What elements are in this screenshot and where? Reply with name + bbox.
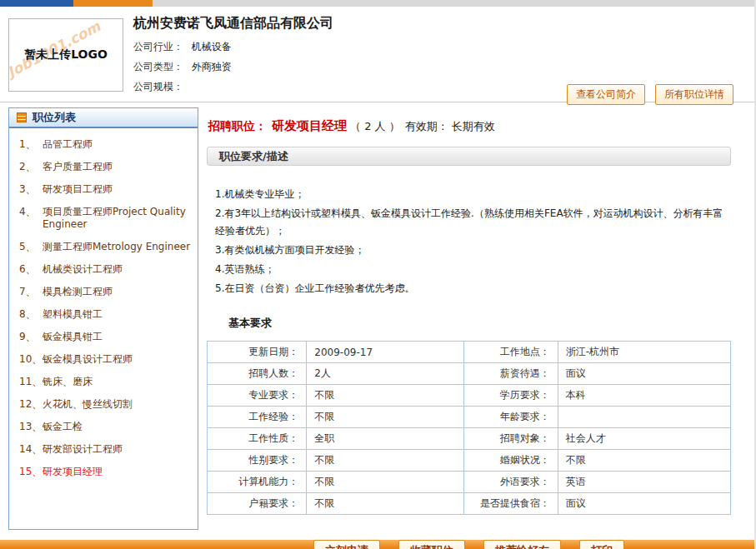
- table-row: 招聘人数： 2人 薪资待遇： 面议: [208, 363, 731, 385]
- sidebar-item-job-14[interactable]: 14、研发部设计工程师: [13, 438, 194, 461]
- job-title-label: 招聘职位：: [208, 119, 267, 132]
- basic-requirements-header: 基本要求: [228, 316, 731, 331]
- company-info: 杭州安费诺飞凤通信部品有限公司 公司行业： 机械设备 公司类型： 外商独资 公司…: [133, 7, 754, 94]
- field-value: 2人: [307, 363, 463, 385]
- company-industry-label: 公司行业：: [133, 41, 183, 52]
- sidebar-item-job-4[interactable]: 4、项目质量工程师Project Quality Engineer: [13, 201, 194, 236]
- job-detail-panel: 招聘职位：研发项目经理（ 2 人 ）有效期：长期有效 职位要求/描述 1.机械类…: [198, 107, 754, 540]
- sidebar-item-job-11[interactable]: 11、铣床、磨床: [13, 371, 194, 393]
- field-label: 工作经验：: [208, 407, 307, 428]
- sidebar-item-job-1[interactable]: 1、品管工程师: [13, 133, 194, 156]
- company-name: 杭州安费诺飞凤通信部品有限公司: [133, 15, 754, 32]
- sidebar-item-job-10[interactable]: 10、钣金模具设计工程师: [13, 348, 194, 371]
- field-label: 学历要求：: [463, 385, 558, 407]
- company-industry-row: 公司行业： 机械设备: [133, 40, 754, 54]
- field-value: 英语: [558, 472, 730, 493]
- field-value: 不限: [307, 450, 463, 472]
- table-row: 户籍要求： 不限 是否提供食宿： 面议: [208, 493, 731, 515]
- sidebar-item-job-6[interactable]: 6、机械类设计工程师: [13, 258, 194, 281]
- job-description: 1.机械类专业毕业； 2.有3年以上结构设计或塑料模具、钣金模具设计工作经验.（…: [207, 179, 731, 297]
- sidebar-item-job-8[interactable]: 8、塑料模具钳工: [13, 303, 194, 326]
- print-button[interactable]: 打印: [579, 540, 624, 549]
- sidebar-header: 职位列表: [9, 108, 198, 128]
- table-row: 专业要求： 不限 学历要求： 本科: [208, 385, 731, 407]
- field-value: 面议: [558, 363, 730, 385]
- description-line: 5.在日资（台资）企业工作经验者优先考虑。: [215, 280, 726, 297]
- field-label: 户籍要求：: [208, 493, 307, 515]
- description-line: 3.有类似机械方面项目开发经验；: [215, 242, 726, 259]
- field-label: 婚姻状况：: [463, 450, 558, 472]
- header-buttons: 查看公司简介 所有职位详情: [567, 84, 733, 105]
- company-header: Job1001.com 暂未上传LOGO 杭州安费诺飞凤通信部品有限公司 公司行…: [0, 7, 754, 102]
- table-row: 工作经验： 不限 年龄要求：: [208, 407, 731, 428]
- basic-requirements-table: 更新日期： 2009-09-17 工作地点： 浙江-杭州市 招聘人数： 2人 薪…: [207, 341, 731, 515]
- sidebar-item-job-2[interactable]: 2、客户质量工程师: [13, 156, 194, 178]
- field-label: 外语要求：: [463, 472, 558, 493]
- field-label: 是否提供食宿：: [463, 493, 558, 515]
- top-accent-bar: [0, 0, 754, 7]
- sidebar-item-job-3[interactable]: 3、研发项目工程师: [13, 178, 194, 201]
- field-value: 不限: [307, 407, 463, 428]
- field-value: 不限: [307, 493, 463, 515]
- list-icon: [17, 112, 27, 122]
- description-line: 2.有3年以上结构设计或塑料模具、钣金模具设计工作经验.（熟练使用相关FEA软件…: [215, 205, 726, 240]
- job-list-sidebar: 职位列表 1、品管工程师 2、客户质量工程师 3、研发项目工程师 4、项目质量工…: [8, 107, 198, 530]
- field-value: [558, 407, 730, 428]
- company-type-value: 外商独资: [192, 61, 232, 72]
- field-label: 年龄要求：: [463, 407, 558, 428]
- sidebar-item-job-7[interactable]: 7、模具检测工程师: [13, 281, 194, 303]
- job-header: 招聘职位：研发项目经理（ 2 人 ）有效期：长期有效: [208, 118, 731, 134]
- save-job-button[interactable]: 收藏职位: [398, 540, 465, 549]
- field-value: 不限: [307, 472, 463, 493]
- table-row: 工作性质： 全职 招聘对象： 社会人才: [208, 428, 731, 450]
- field-value: 本科: [558, 385, 730, 407]
- company-industry-value: 机械设备: [192, 41, 232, 52]
- field-label: 更新日期：: [208, 342, 307, 363]
- field-label: 招聘对象：: [463, 428, 558, 450]
- field-label: 工作地点：: [463, 342, 558, 363]
- field-label: 薪资待遇：: [463, 363, 558, 385]
- field-label: 招聘人数：: [208, 363, 307, 385]
- company-type-row: 公司类型： 外商独资: [133, 60, 754, 74]
- logo-placeholder-text: 暂未上传LOGO: [9, 47, 123, 62]
- sidebar-item-job-13[interactable]: 13、钣金工检: [13, 416, 194, 438]
- table-row: 性别要求： 不限 婚姻状况： 不限: [208, 450, 731, 472]
- field-value: 不限: [307, 385, 463, 407]
- table-row: 更新日期： 2009-09-17 工作地点： 浙江-杭州市: [208, 342, 731, 363]
- field-value: 不限: [558, 450, 730, 472]
- field-value: 2009-09-17: [307, 342, 463, 363]
- description-line: 1.机械类专业毕业；: [215, 186, 726, 203]
- sidebar-title: 职位列表: [33, 110, 76, 125]
- validity-value: 长期有效: [452, 120, 495, 132]
- description-line: 4.英语熟练；: [215, 261, 726, 278]
- field-label: 性别要求：: [208, 450, 307, 472]
- sidebar-item-job-15[interactable]: 15、研发项目经理: [13, 461, 194, 483]
- field-label: 专业要求：: [208, 385, 307, 407]
- field-value: 社会人才: [558, 428, 730, 450]
- field-value: 全职: [307, 428, 463, 450]
- job-description-section-header: 职位要求/描述: [207, 147, 731, 166]
- validity-label: 有效期：: [405, 120, 448, 132]
- top-bar-gray-segment: [153, 0, 754, 7]
- company-size-label: 公司规模：: [133, 81, 183, 92]
- top-bar-blue-segment: [0, 0, 73, 7]
- all-positions-button[interactable]: 所有职位详情: [655, 84, 733, 105]
- view-company-profile-button[interactable]: 查看公司简介: [567, 84, 645, 105]
- company-logo-placeholder: Job1001.com 暂未上传LOGO: [8, 18, 123, 92]
- sidebar-item-job-5[interactable]: 5、测量工程师Metrology Engineer: [13, 236, 194, 258]
- apply-now-button[interactable]: 立刻申请: [313, 540, 380, 549]
- sidebar-item-job-9[interactable]: 9、钣金模具钳工: [13, 326, 194, 348]
- table-row: 计算机能力： 不限 外语要求： 英语: [208, 472, 731, 493]
- page: Job1001.com 暂未上传LOGO 杭州安费诺飞凤通信部品有限公司 公司行…: [0, 0, 756, 549]
- content-area: 职位列表 1、品管工程师 2、客户质量工程师 3、研发项目工程师 4、项目质量工…: [0, 102, 754, 540]
- recommend-to-friend-button[interactable]: 推荐给好友: [483, 540, 561, 549]
- field-value: 面议: [558, 493, 730, 515]
- sidebar-item-job-12[interactable]: 12、火花机、慢丝线切割: [13, 393, 194, 416]
- job-list: 1、品管工程师 2、客户质量工程师 3、研发项目工程师 4、项目质量工程师Pro…: [9, 128, 198, 488]
- action-buttons: 立刻申请 收藏职位 推荐给好友 打印: [207, 540, 731, 549]
- company-type-label: 公司类型：: [133, 61, 183, 72]
- job-title: 研发项目经理: [272, 118, 347, 133]
- field-label: 工作性质：: [208, 428, 307, 450]
- top-bar-orange-segment: [73, 0, 153, 7]
- field-value: 浙江-杭州市: [558, 342, 730, 363]
